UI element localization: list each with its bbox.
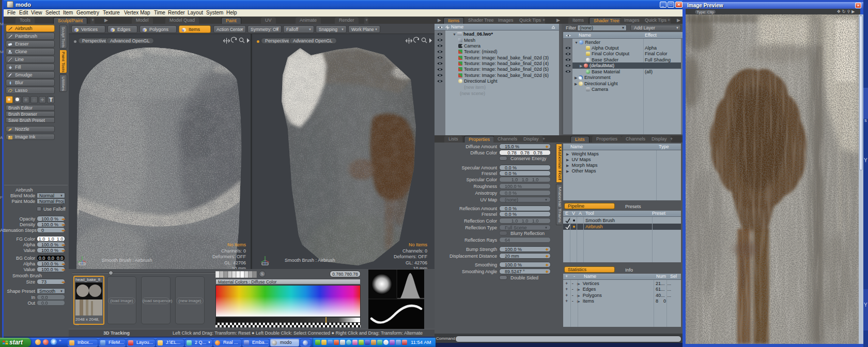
svg-text:Utilities: Utilities — [61, 76, 66, 91]
svg-text:Paint Tools: Paint Tools — [61, 52, 66, 72]
svg-text:Sculpt Tools: Sculpt Tools — [61, 27, 66, 48]
